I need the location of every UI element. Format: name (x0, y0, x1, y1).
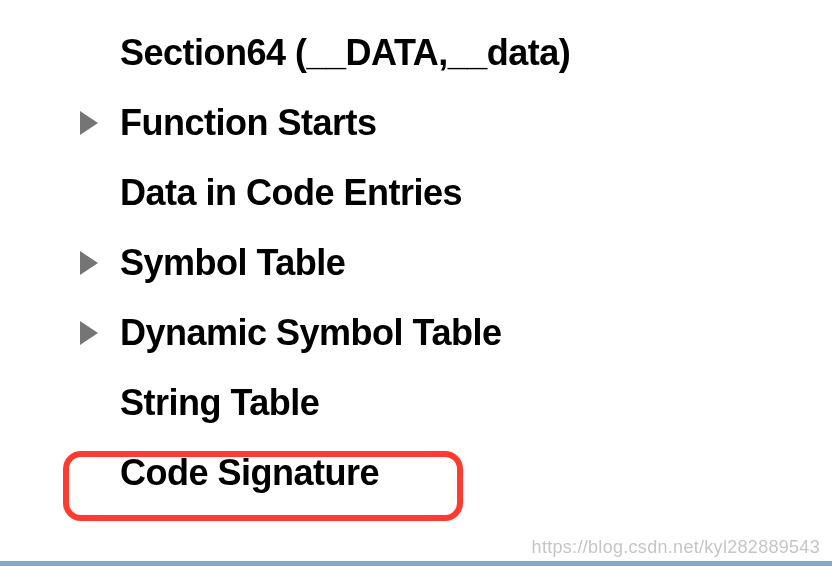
tree-item-label: Section64 (__DATA,__data) (120, 32, 570, 74)
disclosure-toggle[interactable] (80, 321, 120, 345)
disclosure-toggle[interactable] (80, 251, 120, 275)
tree-item-data-in-code[interactable]: Data in Code Entries (80, 158, 832, 228)
tree-item-symbol-table[interactable]: Symbol Table (80, 228, 832, 298)
triangle-right-icon (80, 251, 98, 275)
tree-item-label: Dynamic Symbol Table (120, 312, 501, 354)
tree-item-section64[interactable]: Section64 (__DATA,__data) (80, 18, 832, 88)
tree-item-label: Symbol Table (120, 242, 345, 284)
tree-item-string-table[interactable]: String Table (80, 368, 832, 438)
tree-list: Section64 (__DATA,__data) Function Start… (0, 0, 832, 508)
tree-item-label: Function Starts (120, 102, 377, 144)
triangle-right-icon (80, 321, 98, 345)
tree-item-label: String Table (120, 382, 319, 424)
tree-item-function-starts[interactable]: Function Starts (80, 88, 832, 158)
tree-item-label: Code Signature (120, 452, 379, 494)
tree-item-code-signature[interactable]: Code Signature (80, 438, 832, 508)
tree-item-dynamic-symbol-table[interactable]: Dynamic Symbol Table (80, 298, 832, 368)
watermark-text: https://blog.csdn.net/kyl282889543 (532, 537, 820, 558)
bottom-border (0, 561, 832, 566)
tree-item-label: Data in Code Entries (120, 172, 462, 214)
triangle-right-icon (80, 111, 98, 135)
disclosure-toggle[interactable] (80, 111, 120, 135)
